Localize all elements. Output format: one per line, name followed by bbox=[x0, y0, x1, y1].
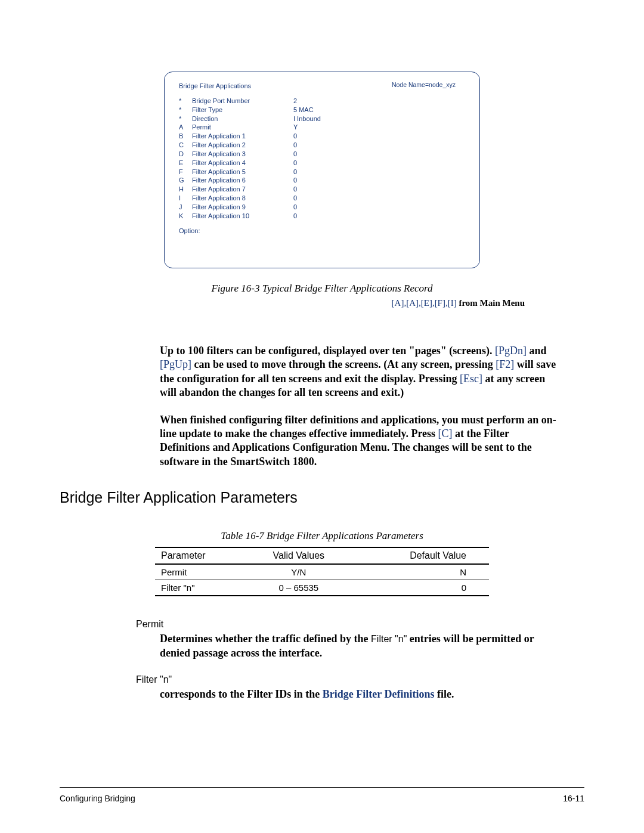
terminal-row: BFilter Application 10 bbox=[179, 132, 465, 141]
def-body-filter-n: corresponds to the Filter IDs in the Bri… bbox=[160, 688, 561, 701]
footer-left: Configuring Bridging bbox=[60, 794, 135, 803]
terminal-row: *Filter Type5 MAC bbox=[179, 106, 465, 114]
terminal-row: DFilter Application 30 bbox=[179, 150, 465, 159]
body-text: Up to 100 filters can be configured, dis… bbox=[160, 344, 561, 469]
table-row: Filter "n" 0 – 65535 0 bbox=[155, 580, 489, 596]
terminal-row: FFilter Application 50 bbox=[179, 168, 465, 176]
terminal-option-prompt: Option: bbox=[179, 227, 465, 236]
definitions: Permit Determines whether the traffic de… bbox=[136, 619, 584, 701]
def-term-permit: Permit bbox=[136, 619, 584, 630]
paragraph-1: Up to 100 filters can be configured, dis… bbox=[160, 344, 561, 400]
terminal-row: EFilter Application 40 bbox=[179, 159, 465, 168]
terminal-row: GFilter Application 60 bbox=[179, 176, 465, 185]
section-heading: Bridge Filter Application Parameters bbox=[60, 489, 584, 506]
paragraph-2: When finished configuring filter definit… bbox=[160, 413, 561, 469]
terminal-row: JFilter Application 90 bbox=[179, 203, 465, 212]
bridge-filter-definitions-link[interactable]: Bridge Filter Definitions bbox=[323, 688, 435, 700]
terminal-rows: *Bridge Port Number2 *Filter Type5 MAC *… bbox=[179, 97, 465, 221]
table-row: Permit Y/N N bbox=[155, 564, 489, 580]
figure-caption: Figure 16-3 Typical Bridge Filter Applic… bbox=[60, 283, 584, 295]
parameters-table: Parameter Valid Values Default Value Per… bbox=[155, 547, 489, 596]
page-footer: Configuring Bridging 16-11 bbox=[60, 787, 584, 803]
figure-menu-path: [A],[A],[E],[F],[I] from Main Menu bbox=[60, 298, 525, 308]
terminal-row: *DirectionI Inbound bbox=[179, 114, 465, 123]
table-caption: Table 16-7 Bridge Filter Applications Pa… bbox=[60, 530, 584, 542]
def-body-permit: Determines whether the traffic defined b… bbox=[160, 632, 561, 660]
table-header-row: Parameter Valid Values Default Value bbox=[155, 547, 489, 564]
terminal-panel: Node Name=node_xyz Bridge Filter Applica… bbox=[164, 72, 480, 268]
def-term-filter-n: Filter "n" bbox=[136, 674, 584, 685]
node-name-label: Node Name=node_xyz bbox=[392, 80, 456, 89]
terminal-row: HFilter Application 70 bbox=[179, 185, 465, 194]
terminal-row: CFilter Application 20 bbox=[179, 141, 465, 150]
terminal-row: IFilter Application 80 bbox=[179, 194, 465, 203]
footer-page-number: 16-11 bbox=[563, 794, 584, 803]
terminal-row: KFilter Application 100 bbox=[179, 212, 465, 221]
terminal-row: APermitY bbox=[179, 123, 465, 132]
terminal-row: *Bridge Port Number2 bbox=[179, 97, 465, 106]
